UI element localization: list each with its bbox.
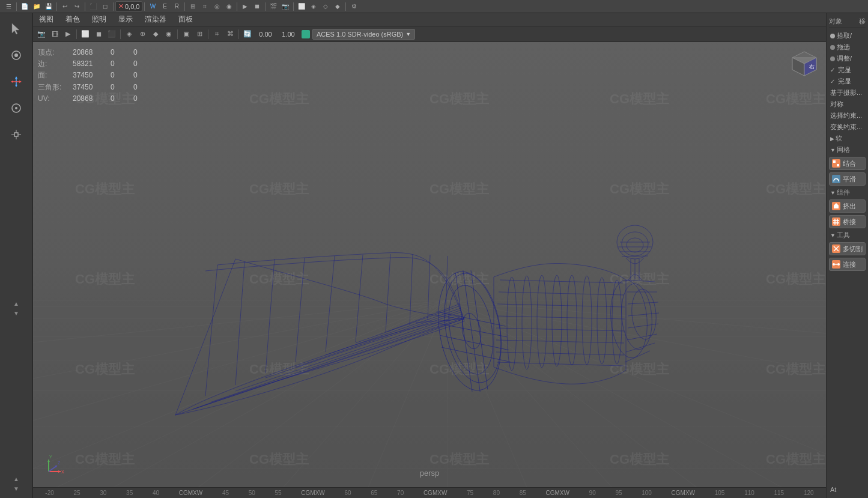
toolbar-sep-10 (345, 2, 346, 11)
toolbar-icon-scale[interactable]: R (171, 1, 182, 12)
viewport-3d[interactable]: CG模型主 CG模型主 CG模型主 CG模型主 CG模型主 CG模型主 CG模型… (33, 42, 826, 487)
toolbar-icon-menu[interactable]: ☰ (3, 1, 14, 12)
vp-sep-1 (76, 29, 77, 39)
toolbar-icon-settings[interactable]: ⚙ (348, 1, 359, 12)
smooth-button[interactable]: 平滑 (829, 172, 866, 186)
left-tool-paint[interactable] (4, 43, 28, 67)
svg-line-43 (193, 318, 464, 409)
vp-icon-cam3[interactable]: ▶ (62, 28, 74, 40)
extrude-button[interactable]: 挤出 (829, 199, 866, 213)
toolbar-icon-new[interactable]: 📄 (19, 1, 30, 12)
toolbar-icon-soft[interactable]: ◉ (223, 1, 234, 12)
vp-icon-light4[interactable]: ◉ (163, 28, 175, 40)
top-toolbar: ☰ 📄 📁 💾 ↩ ↪ ⬛ ◻ ✕ 0,0,0 W E R ⊞ ⌗ ◎ ◉ ▶ … (0, 0, 868, 13)
toolbar-icon-render[interactable]: 🎬 (268, 1, 279, 12)
tools-section-collapse[interactable]: ▼ 工具 (829, 229, 866, 241)
group-section-collapse[interactable]: ▼ 组件 (829, 187, 866, 198)
menu-display[interactable]: 显示 (116, 14, 135, 25)
vp-icon-deform[interactable]: ⌘ (224, 28, 236, 40)
connect-label: 连接 (843, 260, 856, 269)
right-item-symmetry[interactable]: 对称 (829, 99, 866, 110)
toolbar-icon-misc4[interactable]: ◆ (332, 1, 343, 12)
soft-section-collapse[interactable]: ▶ 软 (829, 133, 866, 144)
toolbar-icon-grid[interactable]: ⌗ (199, 1, 210, 12)
stat-val-tris2: 0 (111, 82, 129, 93)
right-item-select-constraint[interactable]: 选择约束... (829, 110, 866, 121)
left-tool-scale[interactable] (4, 123, 28, 147)
right-item-fulldisp2[interactable]: ✓ 完显 (829, 76, 866, 87)
left-tool-select[interactable] (4, 17, 28, 41)
right-item-transform-constraint[interactable]: 变换约束... (829, 121, 866, 133)
ruler-mark: 100 (642, 490, 652, 496)
toolbar-icon-misc2[interactable]: ◈ (308, 1, 319, 12)
viewport-icon-toolbar: 📷 🎞 ▶ ⬜ ◼ ⬛ ◈ ⊕ ◆ ◉ ▣ ⊞ ⌗ ⌘ 🔄 0.00 1.00 (33, 26, 826, 42)
toolbar-icon-snap[interactable]: ⊞ (187, 1, 198, 12)
vp-icon-grid[interactable]: ⌗ (211, 28, 223, 40)
left-panel-scroll-up[interactable]: ▲ (10, 474, 22, 484)
cube-nav[interactable]: 右 (786, 46, 822, 82)
toolbar-icon-misc1[interactable]: ⬜ (296, 1, 307, 12)
vp-icon-wire[interactable]: ⬜ (79, 28, 91, 40)
tools-collapse-arrow: ▼ (830, 232, 836, 238)
toolbar-icon-render2[interactable]: 📷 (280, 1, 291, 12)
menu-lighting[interactable]: 照明 (90, 14, 109, 25)
toolbar-icon-misc3[interactable]: ◇ (320, 1, 331, 12)
combine-button[interactable]: 结合 (829, 157, 866, 170)
toolbar-icon-play[interactable]: ▶ (240, 1, 250, 12)
toolbar-icon-open[interactable]: 📁 (31, 1, 42, 12)
svg-point-88 (612, 280, 622, 364)
svg-marker-5 (15, 76, 17, 79)
vp-icon-shadow[interactable]: ▣ (180, 28, 192, 40)
toolbar-icon-stop[interactable]: ⏹ (252, 1, 263, 12)
svg-marker-118 (58, 470, 61, 473)
menu-view[interactable]: 视图 (37, 14, 56, 25)
toolbar-icon-undo[interactable]: ↩ (59, 1, 70, 12)
toolbar-icon-redo[interactable]: ↪ (71, 1, 82, 12)
ruler-mark: -20 (45, 490, 53, 496)
svg-text:右: 右 (809, 64, 815, 70)
svg-line-53 (235, 262, 244, 385)
right-item-drag[interactable]: 拖选 (829, 41, 866, 53)
left-panel-scroll-down[interactable]: ▼ (10, 484, 22, 493)
toolbar-icon-magnet[interactable]: ◎ (211, 1, 222, 12)
toolbar-icon-lasso[interactable]: ◻ (100, 1, 111, 12)
bridge-button[interactable]: 桥接 (829, 215, 866, 228)
vp-icon-solid[interactable]: ◼ (93, 28, 105, 40)
vp-icon-light1[interactable]: ◈ (123, 28, 135, 40)
menu-panels[interactable]: 面板 (176, 14, 195, 25)
left-tool-rotate[interactable] (4, 96, 28, 120)
drag-label: 拖选 (837, 43, 850, 52)
svg-line-61 (446, 256, 448, 316)
mesh-section-collapse[interactable]: ▼ 网格 (829, 144, 866, 156)
vp-icon-texture[interactable]: ⬛ (106, 28, 118, 40)
right-item-pick[interactable]: 拾取/ (829, 30, 866, 41)
right-item-fulldisp1[interactable]: ✓ 完显 (829, 64, 866, 76)
left-tool-move[interactable] (4, 70, 28, 94)
scroll-up-arrow[interactable]: ▲ (10, 299, 22, 309)
right-item-camera-based[interactable]: 基于摄影... (829, 87, 866, 99)
toolbar-icon-select[interactable]: ⬛ (88, 1, 99, 12)
toolbar-icon-move[interactable]: W (147, 1, 158, 12)
svg-line-54 (266, 259, 275, 373)
scroll-down-arrow[interactable]: ▼ (10, 309, 22, 318)
toolbar-icon-save[interactable]: 💾 (43, 1, 54, 12)
vp-icon-light3[interactable]: ◆ (150, 28, 162, 40)
vp-icon-cam1[interactable]: 📷 (35, 28, 47, 40)
vp-icon-refresh[interactable]: 🔄 (241, 28, 253, 40)
right-item-adjust[interactable]: 调整/ (829, 53, 866, 64)
smooth-label: 平滑 (843, 175, 856, 184)
vp-colorprofile-dropdown[interactable]: ACES 1.0 SDR-video (sRGB) ▼ (312, 29, 415, 40)
camera-label: persp (420, 469, 440, 478)
stat-val-uv: 20868 (73, 93, 106, 105)
connect-button[interactable]: 连接 (829, 258, 866, 271)
vp-icon-fog[interactable]: ⊞ (193, 28, 205, 40)
vp-colorprofile-arrow: ▼ (405, 31, 411, 37)
svg-marker-8 (19, 80, 22, 83)
menu-shade[interactable]: 着色 (63, 14, 82, 25)
vp-icon-light2[interactable]: ⊕ (136, 28, 148, 40)
menu-renderer[interactable]: 渲染器 (142, 14, 169, 25)
mesh-collapse-arrow: ▼ (830, 147, 836, 153)
multicut-button[interactable]: 多切割 (829, 242, 866, 255)
toolbar-icon-rotate[interactable]: E (159, 1, 170, 12)
vp-icon-cam2[interactable]: 🎞 (49, 28, 61, 40)
